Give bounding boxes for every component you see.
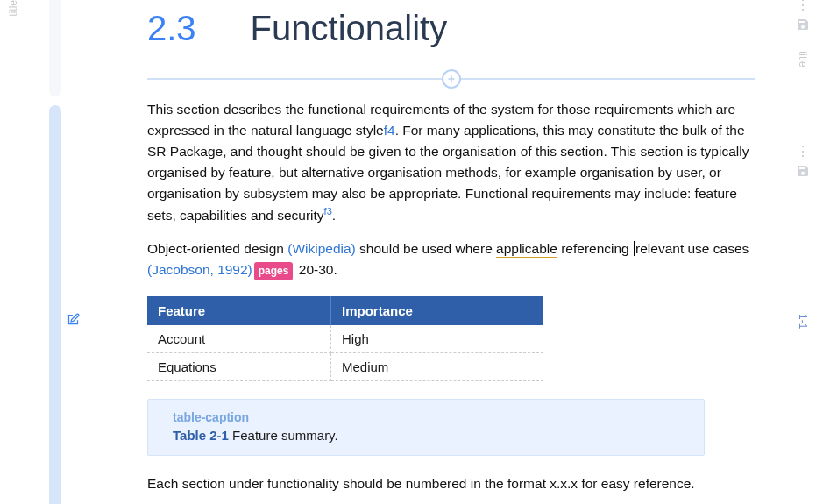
- save-icon[interactable]: [796, 164, 810, 181]
- footnote-ref-f3[interactable]: f3: [324, 206, 332, 217]
- text: relevant use cases: [635, 241, 749, 256]
- insert-divider: [147, 69, 755, 87]
- cell-importance[interactable]: High: [331, 325, 543, 353]
- text: Object-oriented design: [147, 241, 287, 256]
- more-menu-icon[interactable]: ⋮: [796, 146, 811, 153]
- section-index-label: 1-1: [797, 314, 809, 329]
- feature-table[interactable]: Feature Importance Account High Equation…: [147, 296, 543, 381]
- text-cursor: [634, 241, 635, 256]
- more-menu-icon[interactable]: ⋮: [796, 0, 811, 7]
- pages-tag[interactable]: pages: [254, 262, 294, 280]
- text: should be used where: [356, 241, 496, 256]
- left-gutter: title: [0, 0, 26, 504]
- nav-sliver-top[interactable]: [49, 0, 61, 96]
- right-gutter: ⋮ title ⋮ 1-1: [790, 0, 816, 504]
- pages-value: 20-30.: [294, 262, 337, 277]
- text: .: [332, 208, 336, 223]
- nav-current-section[interactable]: [49, 105, 61, 504]
- table-row[interactable]: Account High: [147, 325, 543, 353]
- section-title[interactable]: Functionality: [251, 9, 448, 48]
- cell-feature[interactable]: Account: [147, 325, 331, 353]
- text: . For many applications, this may consti…: [147, 123, 749, 223]
- cell-importance[interactable]: Medium: [331, 353, 543, 381]
- outline-nav: [26, 0, 61, 504]
- citation-wikipedia[interactable]: (Wikipedia): [287, 241, 356, 256]
- document-body: 2.3 Functionality This section describes…: [61, 0, 790, 504]
- document-editor: title 2.3 Functionality This section des…: [0, 0, 816, 504]
- paragraph-ood[interactable]: Object-oriented design (Wikipedia) shoul…: [147, 238, 755, 280]
- table-caption-box[interactable]: table-caption Table 2-1 Feature summary.: [147, 399, 705, 456]
- caption-id: Table 2-1: [173, 428, 229, 443]
- paragraph-intro[interactable]: This section describes the functional re…: [147, 99, 755, 226]
- caption-type-label: table-caption: [173, 410, 688, 424]
- paragraph-trail[interactable]: Each section under functionality should …: [147, 473, 755, 494]
- table-header-row: Feature Importance: [147, 296, 543, 325]
- citation-jacobson[interactable]: (Jacobson, 1992): [147, 262, 252, 277]
- section-type-label-right: title: [797, 40, 809, 67]
- col-importance[interactable]: Importance: [331, 296, 543, 325]
- caption-body: Feature summary.: [229, 428, 338, 443]
- caption-text[interactable]: Table 2-1 Feature summary.: [173, 428, 688, 443]
- cell-feature[interactable]: Equations: [147, 353, 331, 381]
- table-row[interactable]: Equations Medium: [147, 353, 543, 381]
- link-applicable[interactable]: applicable: [496, 241, 557, 258]
- text: referencing: [557, 241, 633, 256]
- add-section-button[interactable]: [442, 69, 461, 89]
- section-number: 2.3: [147, 9, 196, 48]
- footnote-ref-f4[interactable]: f4: [384, 123, 395, 138]
- section-type-label: title: [7, 0, 19, 27]
- col-feature[interactable]: Feature: [147, 296, 331, 325]
- section-heading: 2.3 Functionality: [147, 9, 755, 48]
- save-icon[interactable]: [796, 18, 810, 35]
